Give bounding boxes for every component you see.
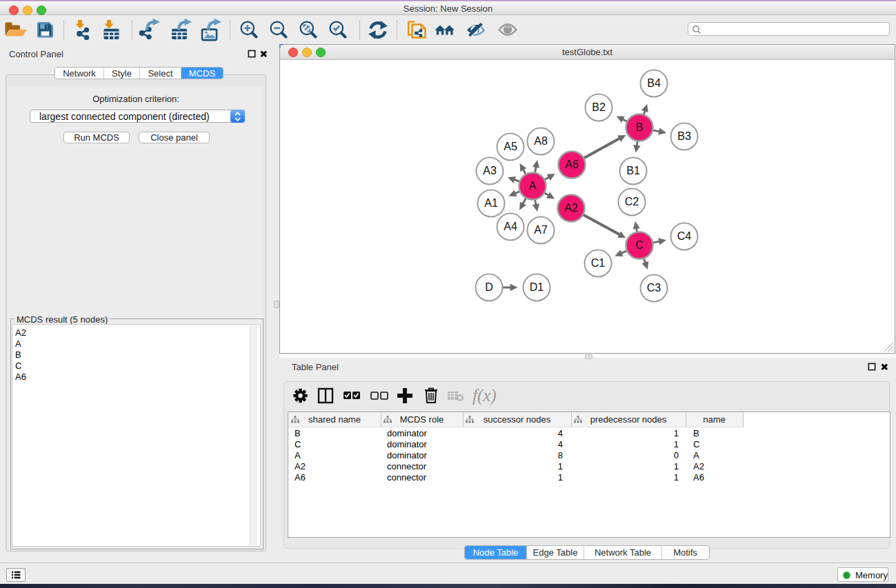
svg-text:A1: A1 [484,197,498,209]
svg-text:A4: A4 [504,221,517,232]
svg-text:C1: C1 [591,257,606,269]
svg-text:A2: A2 [564,202,578,214]
svg-text:C3: C3 [647,282,661,294]
svg-text:B3: B3 [677,130,691,142]
svg-text:A5: A5 [504,141,517,152]
svg-text:C: C [635,239,644,251]
svg-text:B1: B1 [626,165,640,176]
svg-text:f(x): f(x) [472,386,497,405]
svg-text:D1: D1 [530,281,544,293]
svg-text:B: B [636,121,644,133]
svg-text:B2: B2 [592,101,606,113]
svg-text:B4: B4 [647,77,661,89]
svg-text:A6: A6 [565,159,579,170]
svg-text:A: A [529,180,537,192]
svg-text:C2: C2 [625,196,639,207]
svg-text:A3: A3 [483,165,497,176]
svg-text:A8: A8 [534,135,548,147]
svg-text:D: D [485,281,493,293]
svg-text:A7: A7 [534,224,548,236]
svg-text:C4: C4 [677,230,692,242]
